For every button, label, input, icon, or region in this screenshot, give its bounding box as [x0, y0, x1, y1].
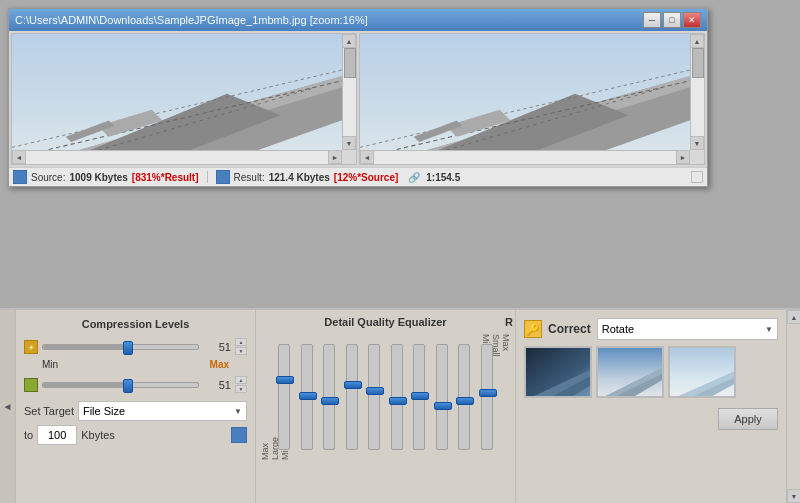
rotate-label: Rotate	[602, 323, 634, 335]
result-scroll-up[interactable]: ▲	[690, 34, 704, 48]
source-scrollbar-h[interactable]: ◄ ►	[12, 150, 342, 164]
title-bar: C:\Users\ADMIN\Downloads\SampleJPGImage_…	[9, 9, 707, 31]
target-icon	[231, 427, 247, 443]
slider2-track[interactable]	[42, 382, 199, 388]
eq-thumb-1[interactable]	[276, 376, 294, 384]
eq-max-right: Max	[501, 334, 511, 460]
eq-slider-9[interactable]	[458, 344, 470, 450]
eq-area: Max Large Min	[260, 332, 511, 462]
file-size-option: File Size	[83, 405, 125, 417]
far-right-panel: ▲ ▼	[786, 310, 800, 503]
eq-thumb-3[interactable]	[321, 397, 339, 405]
result-size: 121.4 Kbytes	[269, 172, 330, 183]
far-right-down[interactable]: ▼	[787, 489, 800, 503]
slider1-value: 51	[203, 341, 231, 353]
source-image-pane: ▲ ▼ ◄ ►	[11, 33, 357, 165]
scroll-down-arrow[interactable]: ▼	[342, 136, 356, 150]
status-divider	[207, 171, 208, 183]
ratio-icon: 🔗	[408, 172, 420, 183]
set-target-row: Set Target File Size ▼	[24, 401, 247, 421]
eq-slider-1[interactable]	[278, 344, 290, 450]
eq-col-5	[364, 332, 385, 462]
dropdown-arrow-icon: ▼	[234, 407, 242, 416]
scroll-thumb[interactable]	[344, 48, 356, 78]
slider1-thumb[interactable]	[123, 341, 133, 355]
eq-slider-7[interactable]	[413, 344, 425, 450]
to-label: to	[24, 429, 33, 441]
target-row: to Kbytes	[24, 425, 247, 445]
eq-slider-4[interactable]	[346, 344, 358, 450]
result-scroll-right[interactable]: ►	[676, 150, 690, 164]
image-area: ▲ ▼ ◄ ►	[9, 31, 707, 167]
slider2-up[interactable]: ▲	[235, 376, 247, 384]
rotate-dropdown[interactable]: Rotate ▼	[597, 318, 778, 340]
eq-thumb-6[interactable]	[389, 397, 407, 405]
svg-text:☀: ☀	[28, 344, 34, 351]
eq-thumb-8[interactable]	[434, 402, 452, 410]
result-image-pane: ▲ ▼ ◄ ►	[359, 33, 705, 165]
slider2-arrows: ▲ ▼	[235, 376, 247, 393]
scroll-corner	[342, 150, 356, 164]
side-arrow-left[interactable]: ◄	[0, 310, 16, 503]
eq-sliders	[274, 332, 497, 462]
eq-slider-2[interactable]	[301, 344, 313, 450]
eq-label-right: Max Small Min	[497, 332, 511, 462]
source-scrollbar-v[interactable]: ▲ ▼	[342, 34, 356, 150]
eq-slider-6[interactable]	[391, 344, 403, 450]
apply-btn-row: Apply	[524, 408, 778, 430]
equalizer-panel: Detail Quality Equalizer R Max Large Min	[256, 310, 516, 503]
result-scroll-thumb[interactable]	[692, 48, 704, 78]
thumb2-canvas	[598, 348, 662, 396]
eq-title: Detail Quality Equalizer	[260, 316, 511, 328]
eq-thumb-7[interactable]	[411, 392, 429, 400]
scroll-up-arrow[interactable]: ▲	[342, 34, 356, 48]
thumbnail-3[interactable]	[668, 346, 736, 398]
correct-row: 🔑 Correct Rotate ▼	[524, 318, 778, 340]
result-ratio: [12%*Source]	[334, 172, 398, 183]
eq-thumb-2[interactable]	[299, 392, 317, 400]
eq-label-left: Max Large Min	[260, 332, 274, 462]
far-right-up[interactable]: ▲	[787, 310, 800, 324]
eq-thumb-10[interactable]	[479, 389, 497, 397]
source-size: 1009 Kbytes	[69, 172, 127, 183]
result-scrollbar-v[interactable]: ▲ ▼	[690, 34, 704, 150]
slider1-down[interactable]: ▼	[235, 347, 247, 355]
source-label: Source:	[31, 172, 65, 183]
result-scroll-left[interactable]: ◄	[360, 150, 374, 164]
scroll-right-arrow[interactable]: ►	[328, 150, 342, 164]
eq-col-7	[409, 332, 430, 462]
thumbnail-2[interactable]	[596, 346, 664, 398]
eq-slider-10[interactable]	[481, 344, 493, 450]
source-image-canvas[interactable]	[12, 34, 356, 164]
eq-thumb-4[interactable]	[344, 381, 362, 389]
kbytes-label: Kbytes	[81, 429, 115, 441]
scroll-left-arrow[interactable]: ◄	[12, 150, 26, 164]
result-scrollbar-h[interactable]: ◄ ►	[360, 150, 690, 164]
bottom-panel: ◄ Compression Levels ☀ 51 ▲ ▼ Min Max	[0, 308, 800, 503]
maximize-button[interactable]: □	[663, 12, 681, 28]
slider1-track[interactable]	[42, 344, 199, 350]
target-value-input[interactable]	[37, 425, 77, 445]
result-scroll-down[interactable]: ▼	[690, 136, 704, 150]
eq-slider-5[interactable]	[368, 344, 380, 450]
slider2-down[interactable]: ▼	[235, 385, 247, 393]
apply-button[interactable]: Apply	[718, 408, 778, 430]
slider2-thumb[interactable]	[123, 379, 133, 393]
file-size-dropdown[interactable]: File Size ▼	[78, 401, 247, 421]
thumbnail-1[interactable]	[524, 346, 592, 398]
slider1-icon: ☀	[24, 340, 38, 354]
eq-slider-8[interactable]	[436, 344, 448, 450]
slider1-up[interactable]: ▲	[235, 338, 247, 346]
slider-row-1: ☀ 51 ▲ ▼	[24, 338, 247, 355]
minimize-button[interactable]: ─	[643, 12, 661, 28]
far-right-track[interactable]	[787, 324, 800, 489]
apply-label: Apply	[734, 413, 762, 425]
result-image-canvas[interactable]	[360, 34, 704, 164]
resize-handle[interactable]	[691, 171, 703, 183]
eq-thumb-5[interactable]	[366, 387, 384, 395]
set-target-label: Set Target	[24, 405, 74, 417]
thumbnails-row	[524, 346, 778, 398]
eq-slider-3[interactable]	[323, 344, 335, 450]
eq-thumb-9[interactable]	[456, 397, 474, 405]
close-button[interactable]: ✕	[683, 12, 701, 28]
